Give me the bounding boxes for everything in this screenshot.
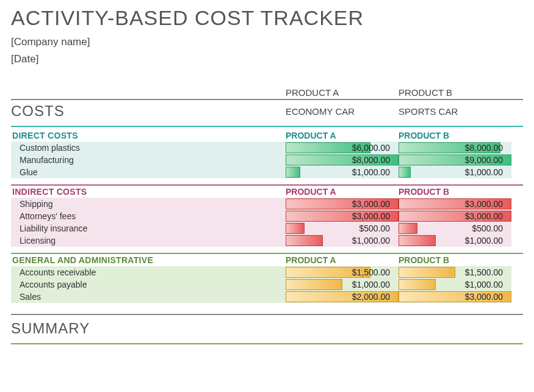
- table-row: Accounts receivable$1,500.00$1,500.00: [11, 266, 523, 278]
- general-col-b: PRODUCT B: [399, 255, 511, 265]
- summary-section-header: SUMMARY: [11, 318, 523, 339]
- value-text: $1,000.00: [286, 280, 394, 289]
- value-text: $9,000.00: [399, 155, 507, 165]
- indirect-col-a: PRODUCT A: [286, 187, 399, 197]
- row-label[interactable]: Shipping: [11, 198, 286, 210]
- value-cell[interactable]: $3,000.00: [399, 210, 511, 222]
- value-cell[interactable]: $1,000.00: [399, 278, 511, 291]
- value-text: $3,000.00: [286, 199, 394, 209]
- company-name-placeholder[interactable]: [Company name]: [11, 36, 523, 48]
- value-cell[interactable]: $1,000.00: [286, 234, 399, 247]
- product-header-row: PRODUCT A PRODUCT B: [11, 87, 523, 99]
- value-cell[interactable]: $1,000.00: [286, 278, 399, 291]
- page-title: ACTIVITY-BASED COST TRACKER: [11, 6, 523, 30]
- value-cell[interactable]: $8,000.00: [399, 142, 511, 154]
- value-cell[interactable]: $500.00: [399, 222, 511, 234]
- value-cell[interactable]: $9,000.00: [399, 154, 511, 166]
- row-label[interactable]: Liability insurance: [11, 222, 286, 234]
- table-row: Sales$2,000.00$3,000.00: [11, 291, 523, 303]
- general-admin-heading: GENERAL AND ADMINISTRATIVE: [11, 255, 286, 265]
- general-admin-group: GENERAL AND ADMINISTRATIVE PRODUCT A PRO…: [11, 253, 523, 303]
- row-label[interactable]: Attorneys' fees: [11, 210, 286, 222]
- product-a-name[interactable]: ECONOMY CAR: [286, 106, 399, 117]
- value-text: $3,000.00: [399, 199, 507, 209]
- general-col-a: PRODUCT A: [286, 255, 399, 265]
- table-row: Shipping$3,000.00$3,000.00: [11, 198, 523, 210]
- direct-costs-heading: DIRECT COSTS: [11, 131, 286, 140]
- indirect-col-b: PRODUCT B: [399, 187, 511, 197]
- value-text: $500.00: [286, 223, 394, 233]
- row-label[interactable]: Licensing: [11, 234, 286, 247]
- value-text: $1,500.00: [399, 267, 507, 277]
- value-cell[interactable]: $1,500.00: [399, 266, 511, 278]
- direct-costs-group: DIRECT COSTS PRODUCT A PRODUCT B Custom …: [11, 129, 523, 178]
- value-cell[interactable]: $500.00: [286, 222, 399, 234]
- row-label[interactable]: Glue: [11, 166, 286, 178]
- indirect-costs-heading: INDIRECT COSTS: [11, 187, 286, 197]
- table-row: Licensing$1,000.00$1,000.00: [11, 234, 523, 247]
- value-text: $3,000.00: [399, 292, 507, 302]
- value-text: $1,500.00: [286, 267, 394, 277]
- value-cell[interactable]: $3,000.00: [399, 291, 511, 303]
- value-text: $8,000.00: [286, 155, 394, 165]
- table-row: Custom plastics$6,000.00$8,000.00: [11, 142, 523, 154]
- value-cell[interactable]: $6,000.00: [286, 142, 399, 154]
- product-a-label: PRODUCT A: [286, 87, 399, 98]
- row-label[interactable]: Accounts receivable: [11, 266, 286, 278]
- table-row: Manufacturing$8,000.00$9,000.00: [11, 154, 523, 166]
- direct-col-b: PRODUCT B: [399, 131, 511, 140]
- value-cell[interactable]: $1,000.00: [286, 166, 399, 178]
- product-b-name[interactable]: SPORTS CAR: [399, 106, 511, 117]
- value-text: $3,000.00: [399, 211, 507, 221]
- row-label[interactable]: Manufacturing: [11, 154, 286, 166]
- value-text: $2,000.00: [286, 292, 394, 302]
- value-cell[interactable]: $8,000.00: [286, 154, 399, 166]
- value-text: $1,000.00: [399, 236, 507, 245]
- value-cell[interactable]: $3,000.00: [286, 198, 399, 210]
- value-cell[interactable]: $3,000.00: [399, 198, 511, 210]
- product-b-label: PRODUCT B: [399, 87, 511, 98]
- direct-col-a: PRODUCT A: [286, 131, 399, 140]
- value-cell[interactable]: $1,000.00: [399, 234, 511, 247]
- value-text: $3,000.00: [286, 211, 394, 221]
- table-row: Accounts payable$1,000.00$1,000.00: [11, 278, 523, 291]
- value-text: $500.00: [399, 223, 507, 233]
- date-placeholder[interactable]: [Date]: [11, 53, 523, 65]
- indirect-costs-group: INDIRECT COSTS PRODUCT A PRODUCT B Shipp…: [11, 184, 523, 247]
- value-cell[interactable]: $1,000.00: [399, 166, 511, 178]
- costs-title: COSTS: [11, 103, 286, 120]
- value-text: $8,000.00: [399, 143, 507, 153]
- value-text: $1,000.00: [286, 167, 394, 177]
- table-row: Liability insurance$500.00$500.00: [11, 222, 523, 234]
- row-label[interactable]: Accounts payable: [11, 278, 286, 291]
- row-label[interactable]: Custom plastics: [11, 142, 286, 154]
- table-row: Glue$1,000.00$1,000.00: [11, 166, 523, 178]
- value-text: $1,000.00: [399, 280, 507, 289]
- costs-section-header: COSTS ECONOMY CAR SPORTS CAR: [11, 99, 523, 122]
- summary-title: SUMMARY: [11, 320, 286, 337]
- table-row: Attorneys' fees$3,000.00$3,000.00: [11, 210, 523, 222]
- value-cell[interactable]: $1,500.00: [286, 266, 399, 278]
- value-text: $6,000.00: [286, 143, 394, 153]
- value-cell[interactable]: $2,000.00: [286, 291, 399, 303]
- value-text: $1,000.00: [286, 236, 394, 245]
- value-cell[interactable]: $3,000.00: [286, 210, 399, 222]
- row-label[interactable]: Sales: [11, 291, 286, 303]
- value-text: $1,000.00: [399, 167, 507, 177]
